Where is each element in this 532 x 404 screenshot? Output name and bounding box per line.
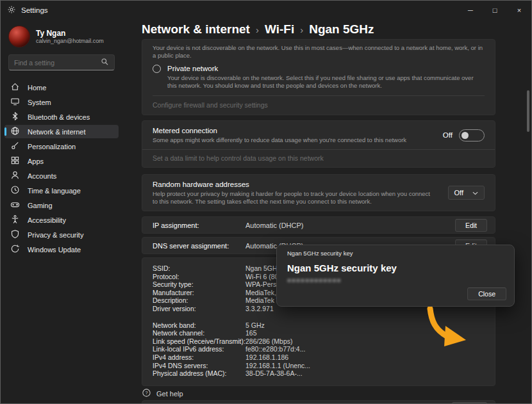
sidebar-item-personalization[interactable]: Personalization	[4, 140, 119, 153]
svg-text:?: ?	[145, 390, 147, 396]
settings-gear-icon	[7, 5, 16, 15]
prop-label: Network band:	[153, 321, 245, 330]
search-icon	[101, 57, 109, 69]
random-hw-title: Random hardware addresses	[153, 180, 435, 189]
scrollbar-thumb[interactable]	[527, 90, 529, 132]
apps-grid-icon	[10, 156, 20, 166]
dropdown-value: Off	[454, 189, 463, 197]
sidebar-item-apps[interactable]: Apps	[4, 154, 119, 168]
prop-label: Physical address (MAC):	[153, 369, 245, 378]
chevron-right-icon: ›	[300, 24, 303, 35]
private-network-radio[interactable]	[153, 65, 161, 73]
prop-value: 192.168.1.186	[245, 353, 288, 362]
avatar	[8, 26, 30, 47]
sidebar-item-network-internet[interactable]: Network & internet	[4, 125, 119, 138]
metered-connection-title: Metered connection	[153, 126, 406, 135]
ip-assignment-edit-button[interactable]: Edit	[455, 219, 487, 232]
sidebar-item-windows-update[interactable]: Windows Update	[4, 243, 119, 256]
metered-connection-description: Some apps might work differently to redu…	[153, 135, 406, 144]
prop-label: Security type:	[153, 280, 245, 289]
sidebar-nav: Home System Bluetooth & devices Network …	[1, 78, 122, 403]
public-network-description: Your device is not discoverable on the n…	[153, 43, 485, 60]
breadcrumb-network-internet[interactable]: Network & internet	[142, 22, 250, 36]
prop-value: 286/286 (Mbps)	[245, 337, 293, 346]
metered-toggle-state: Off	[443, 131, 453, 139]
sidebar-item-time-language[interactable]: Time & language	[4, 184, 119, 197]
breadcrumb-wifi[interactable]: Wi-Fi	[265, 22, 294, 36]
prop-value: Ngan 5GHz	[245, 264, 281, 273]
user-account[interactable]: Ty Ngan calvin_ngan@hotmail.com	[1, 21, 122, 53]
titlebar: Settings ─ □ ×	[1, 1, 531, 20]
accessibility-icon	[10, 214, 20, 225]
prop-label: Driver version:	[153, 305, 245, 313]
private-network-description: Your device is discoverable on the netwo…	[167, 73, 478, 90]
dialog-close-button[interactable]: Close	[467, 287, 506, 300]
masked-security-key: ●●●●●●●●●●●●	[287, 277, 364, 284]
dialog-titlebar: Ngan 5GHz security key	[277, 245, 514, 257]
metered-connection-toggle[interactable]	[459, 129, 485, 141]
prop-label: Protocol:	[153, 273, 245, 281]
sidebar-item-home[interactable]: Home	[4, 81, 119, 94]
sidebar-item-label: Personalization	[28, 143, 76, 150]
maximize-button[interactable]: □	[483, 1, 507, 20]
chevron-down-icon	[472, 189, 478, 197]
ip-assignment-row: IP assignment: Automatic (DHCP) Edit	[142, 216, 495, 234]
sidebar-item-label: Windows Update	[28, 246, 81, 254]
random-hw-description: Help protect your privacy by making it h…	[153, 189, 435, 206]
home-icon	[10, 82, 20, 93]
security-key-dialog: Ngan 5GHz security key Ngan 5GHz securit…	[276, 245, 515, 307]
sidebar-item-label: Apps	[28, 158, 44, 165]
system-icon	[10, 97, 20, 108]
random-hw-dropdown[interactable]: Off	[448, 186, 485, 200]
ip-assignment-label: IP assignment:	[153, 222, 245, 229]
prop-label: Link-local IPv6 address:	[153, 345, 245, 353]
random-hw-addresses-card: Random hardware addresses Help protect y…	[142, 174, 495, 211]
brush-icon	[10, 141, 20, 152]
toggle-knob	[461, 132, 469, 139]
sidebar-item-gaming[interactable]: Gaming	[4, 198, 119, 212]
minimize-button[interactable]: ─	[458, 1, 483, 20]
dns-assignment-label: DNS server assignment:	[153, 242, 245, 250]
prop-value: 165	[245, 329, 257, 337]
update-icon	[10, 244, 20, 255]
private-network-label: Private network	[167, 64, 478, 73]
search-box[interactable]	[8, 54, 115, 70]
shield-icon	[10, 229, 20, 240]
network-profile-card: Your device is not discoverable on the n…	[142, 39, 495, 115]
get-help-link[interactable]: ? Get help	[142, 388, 183, 399]
globe-icon	[10, 126, 20, 137]
dialog-heading: Ngan 5GHz security key	[277, 257, 514, 273]
close-button[interactable]: ×	[507, 1, 531, 20]
chevron-right-icon: ›	[256, 24, 259, 35]
sidebar-item-label: Network & internet	[28, 128, 85, 136]
prop-value: fe80::e280:b77d:4...	[245, 345, 305, 353]
sidebar-item-accessibility[interactable]: Accessibility	[4, 213, 119, 227]
sidebar-item-label: Home	[28, 84, 46, 92]
user-name: Ty Ngan	[36, 29, 104, 38]
bluetooth-icon	[10, 111, 20, 122]
sidebar-item-label: System	[28, 99, 51, 106]
sidebar-item-system[interactable]: System	[4, 95, 119, 109]
help-icon: ?	[142, 388, 151, 399]
prop-value: 192.168.1.1 (Unenc...	[245, 362, 310, 370]
data-limit-link: Set a data limit to help control data us…	[142, 150, 495, 167]
person-icon	[10, 170, 20, 181]
sidebar-item-label: Bluetooth & devices	[28, 113, 90, 121]
sidebar-item-bluetooth-devices[interactable]: Bluetooth & devices	[4, 110, 119, 124]
get-help-label: Get help	[156, 390, 183, 398]
prop-label: Manufacturer:	[153, 289, 245, 297]
prop-label: IPv4 DNS servers:	[153, 362, 245, 370]
sidebar-item-label: Time & language	[28, 187, 81, 195]
sidebar-item-label: Accessibility	[28, 216, 66, 224]
sidebar-item-privacy-security[interactable]: Privacy & security	[4, 228, 119, 241]
prop-label: Network channel:	[153, 329, 245, 337]
search-input[interactable]	[14, 59, 101, 67]
prop-value: 38-D5-7A-38-6A-...	[245, 369, 303, 378]
sidebar-item-label: Privacy & security	[28, 231, 83, 239]
page-title: Ngan 5GHz	[309, 22, 374, 36]
sidebar-item-label: Accounts	[28, 172, 56, 180]
prop-label: Description:	[153, 296, 245, 305]
sidebar-item-accounts[interactable]: Accounts	[4, 169, 119, 182]
prop-value: 3.3.2.971	[245, 305, 274, 313]
gamepad-icon	[10, 200, 20, 211]
